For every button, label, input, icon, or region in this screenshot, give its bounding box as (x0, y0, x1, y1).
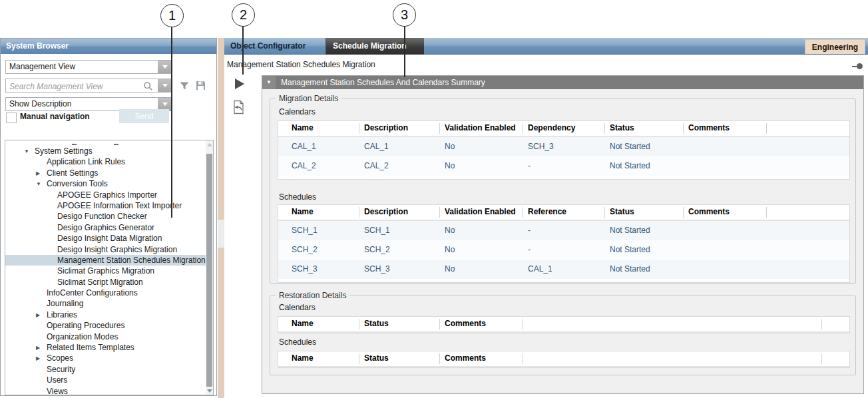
callout-1: 1 (160, 4, 184, 27)
col-description[interactable]: Description (359, 205, 439, 220)
tree-item-siclimat-graphics-migration[interactable]: Siclimat Graphics Migration (5, 266, 206, 276)
tab-schedule-migration[interactable]: Schedule Migration (326, 38, 424, 55)
tree-item-conversion-tools[interactable]: Conversion Tools (5, 178, 206, 189)
manual-navigation-checkbox[interactable] (6, 112, 17, 123)
summary-title: Management Station Schedules And Calenda… (281, 76, 485, 89)
search-dropdown-icon[interactable] (158, 79, 172, 92)
status-value: Not Started (604, 260, 683, 279)
tree-item-desigo-graphics-generator[interactable]: Desigo Graphics Generator (5, 222, 206, 233)
col-status[interactable]: Status (359, 317, 439, 331)
col-status[interactable]: Status (604, 121, 683, 136)
table-row[interactable]: SCH_2 SCH_2 No - Not Started (278, 240, 849, 260)
col-status[interactable]: Status (359, 351, 439, 366)
splitter-grip[interactable] (218, 220, 224, 248)
tree-item-desigo-insight-graphics-migration[interactable]: Desigo Insight Graphics Migration (5, 244, 206, 255)
tab-engineering[interactable]: Engineering (805, 39, 865, 54)
breadcrumb: Management Station Schedules Migration (227, 60, 375, 69)
expander-closed-icon[interactable] (36, 353, 47, 364)
scrollbar-thumb[interactable] (206, 154, 212, 387)
tree-item-system-settings[interactable]: System Settings (5, 146, 206, 156)
collapse-icon[interactable] (262, 76, 276, 89)
col-comments[interactable]: Comments (439, 317, 523, 331)
schedules-label: Schedules (279, 192, 316, 202)
expander-closed-icon[interactable] (36, 343, 47, 353)
col-name[interactable]: Name (286, 317, 359, 331)
panel-title: System Browser (1, 39, 216, 54)
col-name[interactable]: Name (286, 351, 359, 366)
tree-item-desigo-function-checker[interactable]: Desigo Function Checker (5, 211, 206, 222)
filter-icon[interactable] (178, 80, 190, 92)
chevron-down-icon[interactable] (158, 61, 172, 73)
col-name[interactable]: Name (286, 121, 359, 136)
restoration-calendars-table: Name Status Comments (278, 316, 850, 333)
col-dependency[interactable]: Dependency (523, 121, 604, 136)
scroll-up-icon[interactable] (206, 140, 213, 148)
tree-item-scopes[interactable]: Scopes (5, 353, 206, 363)
start-migration-button[interactable] (235, 79, 244, 89)
search-input[interactable] (6, 79, 144, 93)
callout-line-1 (171, 27, 172, 218)
tree-item-users[interactable]: Users (5, 375, 206, 385)
tree-item-related-items-templates[interactable]: Related Items Templates (5, 342, 206, 353)
table-row[interactable]: SCH_3 SCH_3 No CAL_1 Not Started (278, 260, 849, 279)
callout-line-3 (404, 26, 405, 77)
send-button[interactable]: Send (119, 109, 169, 123)
expander-open-icon[interactable] (36, 179, 47, 190)
migration-details-group: Migration Details Calendars Name Descrip… (270, 99, 856, 284)
row-gutter (278, 205, 286, 220)
save-icon[interactable] (194, 79, 206, 91)
pin-icon[interactable] (852, 63, 863, 70)
tree-item-siclimat-script-migration[interactable]: Siclimat Script Migration (5, 277, 206, 288)
tree-item-journaling[interactable]: Journaling (5, 298, 206, 309)
col-empty (821, 317, 849, 331)
table-row[interactable]: CAL_2 CAL_2 No - Not Started (278, 156, 849, 176)
restoration-details-group: Restoration Details Calendars Name Statu… (270, 296, 856, 375)
callout-line-2 (242, 26, 244, 75)
search-icon (142, 81, 153, 91)
col-validation-enabled[interactable]: Validation Enabled (439, 205, 523, 220)
summary-panel: Management Station Schedules And Calenda… (262, 75, 864, 394)
migration-schedules-table: Name Description Validation Enabled Refe… (278, 204, 850, 283)
col-comments[interactable]: Comments (439, 351, 523, 366)
expander-closed-icon[interactable] (36, 310, 47, 321)
col-comments[interactable]: Comments (683, 205, 766, 220)
tree-item-apogee-graphics-importer[interactable]: APOGEE Graphics Importer (5, 190, 206, 200)
tree-item-operating-procedures[interactable]: Operating Procedures (5, 320, 206, 331)
status-value: Not Started (604, 156, 683, 176)
calendars-label: Calendars (279, 303, 316, 312)
expander-open-icon[interactable] (24, 146, 35, 157)
col-empty (766, 121, 849, 136)
tree-item-client-settings[interactable]: Client Settings (5, 168, 206, 178)
col-reference[interactable]: Reference (523, 205, 604, 220)
summary-header[interactable]: Management Station Schedules And Calenda… (262, 76, 863, 89)
col-name[interactable]: Name (286, 205, 359, 220)
col-empty (821, 351, 849, 366)
manual-navigation-label: Manual navigation (20, 112, 90, 121)
scroll-down-icon[interactable] (206, 387, 213, 395)
restore-report-button[interactable] (230, 99, 246, 115)
panel-splitter[interactable] (218, 38, 224, 398)
tree-item-application-link-rules[interactable]: Application Link Rules (5, 156, 206, 167)
tree-scrollbar[interactable] (206, 140, 213, 395)
tree-item-libraries[interactable]: Libraries (5, 309, 206, 320)
expander-closed-icon[interactable] (36, 168, 47, 179)
tree-item-views[interactable]: Views (5, 386, 206, 395)
callout-2-number: 2 (240, 7, 247, 23)
tree-item-organization-modes[interactable]: Organization Modes (5, 331, 206, 342)
tree-item-management-station-schedules-migration[interactable]: Management Station Schedules Migration (5, 255, 206, 266)
tree-item-security[interactable]: Security (5, 364, 206, 375)
col-empty (766, 205, 849, 220)
col-status[interactable]: Status (604, 205, 683, 220)
col-empty (523, 351, 821, 366)
view-selector-dropdown[interactable]: Management View (5, 60, 172, 74)
tree-item-desigo-insight-data-migration[interactable]: Desigo Insight Data Migration (5, 233, 206, 244)
table-row[interactable]: CAL_1 CAL_1 No SCH_3 Not Started (278, 137, 849, 156)
col-description[interactable]: Description (359, 121, 439, 136)
tree-item-infocenter-configurations[interactable]: InfoCenter Configurations (5, 288, 206, 298)
table-row[interactable]: SCH_1 SCH_1 No - Not Started (278, 221, 849, 240)
search-field[interactable] (5, 79, 172, 93)
col-validation-enabled[interactable]: Validation Enabled (439, 121, 523, 136)
tab-object-configurator[interactable]: Object Configurator (224, 38, 326, 55)
col-comments[interactable]: Comments (683, 121, 766, 136)
tree-item-apogee-information-text-importer[interactable]: APOGEE Information Text Importer (5, 200, 206, 211)
